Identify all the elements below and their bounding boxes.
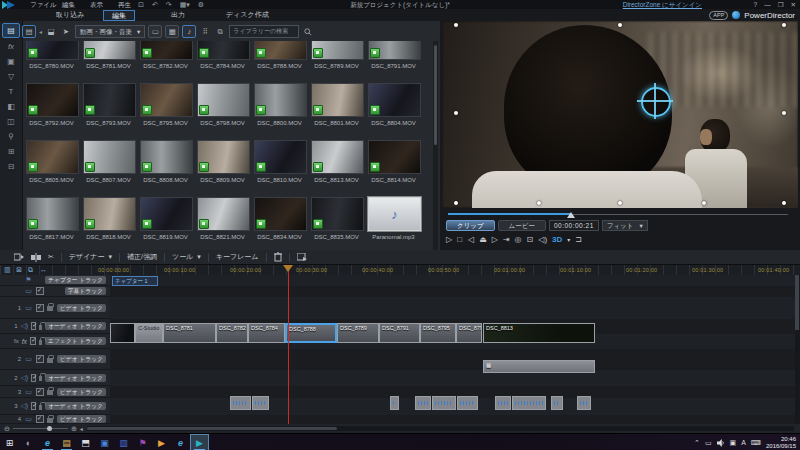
video-thumbnail[interactable] bbox=[140, 197, 193, 231]
video-thumbnail[interactable] bbox=[368, 140, 421, 174]
track-lock-icon[interactable] bbox=[47, 306, 53, 311]
delete-icon[interactable] bbox=[274, 252, 282, 262]
video-thumbnail[interactable] bbox=[26, 41, 79, 60]
filter-audio-button[interactable]: ♪ bbox=[182, 25, 196, 38]
video-thumbnail[interactable] bbox=[197, 41, 250, 60]
video-thumbnail[interactable] bbox=[368, 83, 421, 117]
video-clip[interactable]: DSC_8784 bbox=[248, 323, 285, 343]
ime-indicator[interactable]: A bbox=[741, 439, 746, 446]
scrubber-thumb[interactable] bbox=[567, 212, 575, 218]
transition-room-icon[interactable]: ◧ bbox=[3, 100, 19, 113]
audio-clip[interactable] bbox=[495, 396, 511, 410]
download-media-icon[interactable]: ➤ bbox=[60, 26, 72, 37]
object-handle[interactable] bbox=[782, 23, 786, 27]
action-center-icon[interactable]: ▣ bbox=[730, 439, 737, 447]
help-button[interactable]: ? bbox=[754, 0, 758, 9]
video-clip[interactable]: DSC_8781 bbox=[163, 323, 216, 343]
video-thumbnail[interactable] bbox=[311, 41, 364, 60]
track-enable-checkbox[interactable] bbox=[36, 388, 44, 396]
taskbar-app-store[interactable]: ⬒ bbox=[77, 435, 94, 450]
lane-ビデオ トラック[interactable] bbox=[110, 297, 795, 320]
video-thumbnail[interactable] bbox=[26, 140, 79, 174]
3d-button[interactable]: 3D bbox=[552, 235, 562, 244]
audio-clip[interactable] bbox=[390, 396, 399, 410]
detail-view-icon[interactable]: ⧉ bbox=[214, 26, 226, 37]
clip-mode-tab[interactable]: クリップ bbox=[446, 220, 495, 231]
video-clip[interactable]: DSC_8795 bbox=[420, 323, 456, 343]
video-thumbnail[interactable] bbox=[83, 41, 136, 60]
media-room-icon[interactable]: ▤ bbox=[2, 23, 20, 38]
timeline-horizontal-scrollbar[interactable] bbox=[87, 426, 794, 431]
track-header-エフェクト トラック[interactable]: fxfxエフェクト トラック bbox=[0, 334, 110, 349]
track-enable-checkbox[interactable] bbox=[31, 374, 36, 382]
pip-objects-room-icon[interactable]: ▣ bbox=[3, 55, 19, 68]
detach-preview-button[interactable]: ⊐ bbox=[575, 235, 582, 244]
effect-clip[interactable]: ▦ bbox=[483, 360, 595, 373]
video-thumbnail[interactable] bbox=[254, 197, 307, 231]
object-handle[interactable] bbox=[702, 201, 706, 205]
track-header-チャプター トラック[interactable]: ⚑チャプター トラック bbox=[0, 275, 110, 286]
video-clip[interactable]: DSC_8782 bbox=[216, 323, 248, 343]
snapshot-button[interactable]: ◎ bbox=[515, 235, 522, 244]
track-lock-icon[interactable] bbox=[47, 358, 53, 363]
scroll-left-icon[interactable]: ◂ bbox=[80, 425, 83, 432]
fit-timeline-icon[interactable]: ↔ bbox=[40, 266, 47, 273]
selection-crosshair[interactable] bbox=[641, 87, 671, 117]
track-header-ビデオ トラック[interactable]: 1▭ビデオ トラック bbox=[0, 297, 110, 319]
lane-オーディオ トラック[interactable] bbox=[110, 370, 795, 387]
timeline-vertical-scrollbar[interactable] bbox=[795, 275, 799, 424]
volume-icon[interactable] bbox=[717, 438, 725, 446]
taskbar-app-edge[interactable]: e bbox=[39, 435, 56, 450]
chapter-marker[interactable]: チャプター 1 bbox=[112, 276, 158, 286]
effect-room-icon[interactable]: fx bbox=[3, 40, 19, 53]
taskbar-app-start[interactable]: ⊞ bbox=[1, 435, 18, 450]
lane-ビデオ トラック[interactable] bbox=[110, 349, 795, 371]
video-clip[interactable] bbox=[110, 323, 135, 343]
track-enable-checkbox[interactable] bbox=[31, 322, 36, 330]
timeline-zoom-slider[interactable]: ⊖ ⊕ ◂ bbox=[4, 425, 83, 433]
audio-mixing-room-icon[interactable]: ◫ bbox=[3, 115, 19, 128]
audio-clip[interactable] bbox=[457, 396, 478, 410]
close-button[interactable]: ✕ bbox=[791, 0, 796, 9]
video-thumbnail[interactable] bbox=[254, 83, 307, 117]
object-handle[interactable] bbox=[454, 23, 458, 27]
particle-room-icon[interactable]: ▽ bbox=[3, 70, 19, 83]
designer-dropdown[interactable]: デザイナー▾ bbox=[69, 252, 112, 262]
video-clip[interactable]: DSC_8788 bbox=[285, 323, 337, 343]
track-enable-checkbox[interactable] bbox=[36, 355, 44, 363]
video-thumbnail[interactable] bbox=[254, 140, 307, 174]
video-clip[interactable]: DSC_8798 bbox=[456, 323, 482, 343]
track-header-オーディオ トラック[interactable]: 3◁)オーディオ トラック bbox=[0, 398, 110, 415]
audio-thumbnail[interactable]: ♪ bbox=[368, 197, 421, 231]
video-thumbnail[interactable] bbox=[83, 197, 136, 231]
track-lock-icon[interactable] bbox=[39, 325, 42, 330]
video-thumbnail[interactable] bbox=[140, 83, 193, 117]
playhead-marker[interactable] bbox=[283, 265, 293, 272]
zoom-fit-dropdown[interactable]: フィット▾ bbox=[602, 220, 648, 231]
track-header-ビデオ トラック[interactable]: 2▭ビデオ トラック bbox=[0, 349, 110, 370]
audio-clip[interactable] bbox=[551, 396, 563, 410]
track-lock-icon[interactable] bbox=[47, 390, 53, 395]
audio-clip[interactable] bbox=[577, 396, 591, 410]
taskbar-app-people-app[interactable]: ▥ bbox=[115, 435, 132, 450]
grid-view-icon[interactable]: ⠿ bbox=[199, 26, 211, 37]
range-select-icon[interactable] bbox=[297, 253, 308, 262]
audio-clip[interactable] bbox=[230, 396, 251, 410]
taskbar-app-settings-app[interactable]: ▣ bbox=[96, 435, 113, 450]
object-handle[interactable] bbox=[618, 201, 622, 205]
track-header-オーディオ トラック[interactable]: 2◁)オーディオ トラック bbox=[0, 370, 110, 386]
object-handle[interactable] bbox=[454, 201, 458, 205]
track-enable-checkbox[interactable] bbox=[36, 287, 44, 295]
track-enable-checkbox[interactable] bbox=[31, 402, 36, 410]
track-header-ビデオ トラック[interactable]: 3▭ビデオ トラック bbox=[0, 386, 110, 398]
next-frame-button[interactable]: ▷ bbox=[492, 235, 498, 244]
preview-video[interactable] bbox=[442, 21, 798, 208]
preview-scrubber[interactable] bbox=[448, 212, 788, 218]
filter-video-button[interactable]: ▭ bbox=[148, 25, 162, 38]
scissors-icon[interactable]: ✂ bbox=[48, 253, 54, 261]
track-enable-checkbox[interactable] bbox=[30, 337, 35, 345]
object-handle[interactable] bbox=[618, 23, 622, 27]
voiceover-room-icon[interactable]: ⚲ bbox=[3, 130, 19, 143]
track-header-オーディオ トラック[interactable]: 1◁)オーディオ トラック bbox=[0, 319, 110, 334]
video-thumbnail[interactable] bbox=[197, 140, 250, 174]
